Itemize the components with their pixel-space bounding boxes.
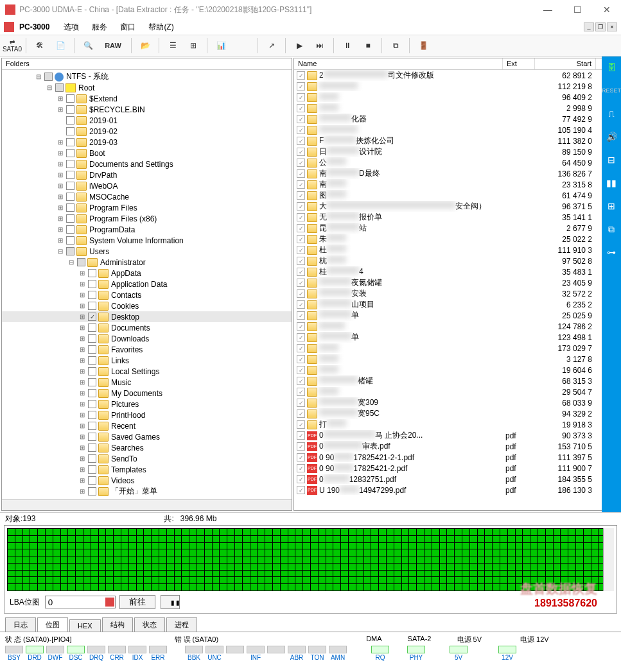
expander-icon[interactable]: ⊞	[78, 302, 86, 310]
file-row[interactable]: 昆站2 677 9	[294, 223, 619, 234]
file-row[interactable]: 打19 918 3	[294, 419, 619, 430]
expander-icon[interactable]: ⊞	[78, 270, 86, 277]
tree-checkbox[interactable]	[88, 367, 96, 375]
tree-checkbox[interactable]	[88, 444, 96, 452]
file-row[interactable]: 112 219 8	[294, 81, 619, 92]
file-row[interactable]: 124 786 2	[294, 321, 619, 332]
tree-checkbox[interactable]	[66, 171, 74, 179]
expander-icon[interactable]: ⊞	[78, 368, 86, 375]
file-row[interactable]: 2司文件修改版62 891 2	[294, 70, 619, 81]
tree-checkbox[interactable]	[66, 203, 74, 212]
tree-checkbox[interactable]	[88, 454, 96, 463]
file-checkbox[interactable]	[297, 191, 305, 200]
file-checkbox[interactable]	[297, 224, 305, 232]
file-row[interactable]: 105 190 4	[294, 125, 619, 135]
pause-icon[interactable]: ⏸	[338, 37, 357, 55]
expander-icon[interactable]: ⊞	[78, 324, 86, 332]
stop-icon[interactable]: ■	[358, 37, 378, 55]
tree-row[interactable]: ⊞My Documents	[2, 388, 292, 399]
tree-checkbox[interactable]	[55, 83, 64, 92]
expander-icon[interactable]: ⊟	[57, 248, 64, 255]
file-row[interactable]: 山项目6 235 2	[294, 299, 619, 310]
expander-icon[interactable]: ⊞	[78, 477, 86, 485]
tree-checkbox[interactable]	[66, 138, 74, 146]
tree-checkbox[interactable]	[66, 214, 74, 223]
tree-row[interactable]: ⊟Administrator	[2, 257, 292, 268]
expander-icon[interactable]: ⊟	[46, 84, 53, 92]
file-checkbox[interactable]	[297, 104, 305, 112]
tree-checkbox[interactable]	[66, 105, 74, 114]
expander-icon[interactable]: ⊞	[78, 488, 86, 495]
sata-port-button[interactable]: ⇄SATA0	[3, 37, 22, 55]
expander-icon[interactable]: ⊞	[78, 346, 86, 354]
menu-options[interactable]: 选项	[58, 21, 84, 34]
tree-checkbox[interactable]	[66, 149, 74, 157]
tree-row[interactable]: ⊞Links	[2, 355, 292, 366]
mdi-restore[interactable]: ❐	[595, 22, 606, 31]
file-row[interactable]: 图61 474 9	[294, 190, 619, 201]
tree-row[interactable]: ⊞Favorites	[2, 344, 292, 355]
expander-icon[interactable]: ⊞	[57, 193, 64, 201]
tree-checkbox[interactable]	[88, 378, 96, 386]
copy-icon[interactable]: ⧉	[386, 37, 405, 55]
tree-row[interactable]: ⊞Program Files	[2, 202, 292, 213]
file-checkbox[interactable]	[297, 388, 305, 396]
connector-icon[interactable]: ⎍	[604, 107, 618, 121]
tree-icon[interactable]: ⊞	[184, 37, 203, 55]
expander-icon[interactable]: ⊞	[78, 401, 86, 408]
tree-row[interactable]: ⊞Local Settings	[2, 366, 292, 377]
tree-checkbox[interactable]	[88, 280, 96, 288]
chart-icon[interactable]: 📊	[211, 37, 231, 55]
expander-icon[interactable]: ⊞	[57, 150, 64, 157]
expander-icon[interactable]: ⊞	[57, 204, 64, 212]
menu-services[interactable]: 服务	[87, 21, 112, 34]
mdi-minimize[interactable]: _	[584, 22, 594, 31]
file-checkbox[interactable]	[297, 148, 305, 156]
tree-checkbox[interactable]	[66, 127, 74, 135]
step-icon[interactable]: ⏭	[310, 37, 329, 55]
file-checkbox[interactable]	[297, 442, 305, 451]
menu-window[interactable]: 窗口	[115, 21, 141, 34]
tree-row[interactable]: ⊞iWebOA	[2, 180, 292, 191]
tree-checkbox[interactable]	[88, 313, 96, 321]
file-checkbox[interactable]	[297, 82, 305, 90]
expander-icon[interactable]: ⊟	[35, 73, 42, 81]
file-checkbox[interactable]	[297, 257, 305, 265]
file-checkbox[interactable]	[297, 115, 305, 123]
file-row[interactable]: PDF0 9017825421-2.pdfpdf111 900 7	[294, 463, 619, 474]
file-checkbox[interactable]	[297, 366, 305, 374]
file-checkbox[interactable]	[297, 322, 305, 331]
tree-row[interactable]: ⊞Desktop	[2, 311, 292, 322]
tree-row[interactable]: ⊞Documents and Settings	[2, 159, 292, 169]
report-icon[interactable]: 📄	[51, 37, 70, 55]
tree-checkbox[interactable]	[66, 193, 74, 201]
file-list[interactable]: 2司文件修改版62 891 2112 219 896 409 22 998 9化…	[294, 70, 619, 510]
file-checkbox[interactable]	[297, 464, 305, 472]
file-checkbox[interactable]	[297, 169, 305, 178]
expander-icon[interactable]: ⊞	[57, 171, 64, 179]
tree-row[interactable]: ⊞SendTo	[2, 453, 292, 464]
tree-row[interactable]: ⊞Program Files (x86)	[2, 213, 292, 224]
grid-icon[interactable]: ⊞	[604, 199, 618, 213]
tree-row[interactable]: ⊞ProgramData	[2, 224, 292, 235]
file-row[interactable]: 2 998 9	[294, 103, 619, 114]
tree-row[interactable]: ⊞Recent	[2, 420, 292, 431]
file-checkbox[interactable]	[297, 475, 305, 483]
folder-open-icon[interactable]: 📂	[136, 37, 155, 55]
file-row[interactable]: 寞30968 033 9	[294, 397, 619, 408]
file-row[interactable]: 南23 315 8	[294, 179, 619, 190]
file-row[interactable]: 无报价单35 141 1	[294, 212, 619, 223]
tree-row[interactable]: 2019-01	[2, 115, 292, 126]
stack-icon[interactable]: ⧉	[604, 222, 618, 236]
tree-checkbox[interactable]	[88, 334, 96, 343]
scale-icon[interactable]: ⊟	[604, 153, 618, 167]
tree-checkbox[interactable]	[66, 225, 74, 234]
expander-icon[interactable]: ⊟	[67, 259, 75, 266]
file-row[interactable]: 19 604 6	[294, 365, 619, 375]
file-checkbox[interactable]	[297, 311, 305, 320]
expander-icon[interactable]: ⊞	[78, 335, 86, 343]
file-checkbox[interactable]	[297, 202, 305, 211]
col-start[interactable]: Start	[535, 58, 596, 69]
expander-icon[interactable]: ⊞	[78, 280, 86, 288]
tree-row[interactable]: ⊞Application Data	[2, 279, 292, 289]
